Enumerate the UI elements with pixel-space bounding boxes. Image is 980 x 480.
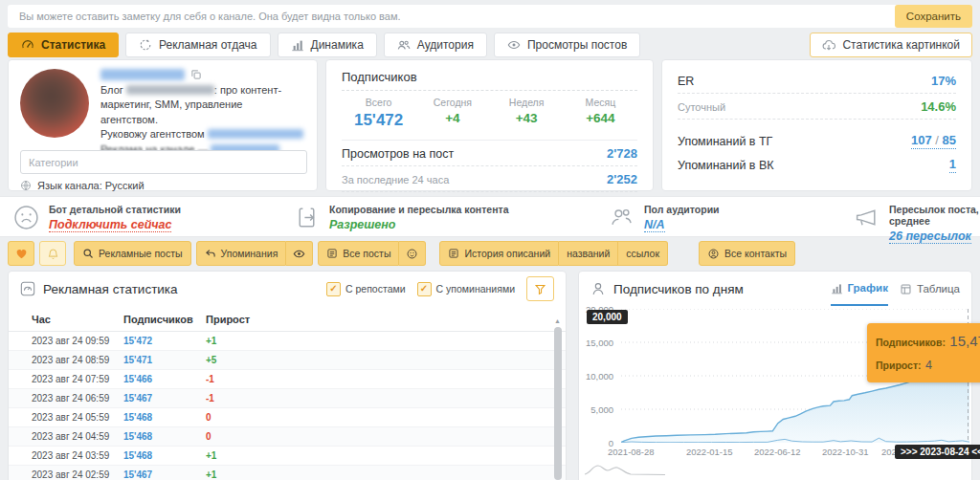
cloud-download-icon xyxy=(822,38,835,52)
graph-toggle[interactable]: График xyxy=(831,272,888,306)
y-tick: 15,000 xyxy=(579,338,613,348)
with-reposts-checkbox[interactable]: ✓ С репостами xyxy=(326,282,406,296)
tabs-row: Статистика Рекламная отдача Динамика Ауд… xyxy=(8,33,972,57)
scrollbar-thumb[interactable] xyxy=(554,327,562,480)
chart-tooltip: Подписчиков: 15,472 Прирост: 4 xyxy=(867,323,980,382)
scroll-up-arrow[interactable]: ▲ xyxy=(554,317,561,324)
item-title: Копирование и пересылка контента xyxy=(329,204,509,215)
col-header-growth[interactable]: Прирост xyxy=(206,314,566,325)
smiley-icon xyxy=(406,248,418,260)
copy-allowed-value: Разрешено xyxy=(329,218,396,231)
tab-label: Аудитория xyxy=(417,38,474,52)
all-posts-button[interactable]: Все посты xyxy=(318,241,399,266)
channel-note-input[interactable] xyxy=(8,11,895,22)
subs-col-week: Неделя+43 xyxy=(490,97,564,130)
list-icon xyxy=(326,248,338,259)
mentions-views-button[interactable] xyxy=(286,241,313,266)
table-toggle[interactable]: Таблица xyxy=(900,272,960,306)
table-row[interactable]: 2023 авг 24 05:5915'4680 xyxy=(9,408,566,427)
x-tick: 2022-01-15 xyxy=(686,447,733,457)
table-row[interactable]: 2023 авг 24 02:5915'467+1 xyxy=(9,466,566,480)
channel-language: Язык канала: Русский xyxy=(20,180,145,191)
filter-button[interactable] xyxy=(526,276,554,301)
x-tick: 2022-10-31 xyxy=(822,447,869,457)
panel-title: Подписчиков по дням xyxy=(613,282,744,296)
x-tick: 2021-08-28 xyxy=(608,447,655,457)
checkbox-label: С упоминаниями xyxy=(436,283,515,295)
notifications-button[interactable] xyxy=(39,241,66,266)
history-links-button[interactable]: ссылок xyxy=(618,241,668,266)
categories-input[interactable] xyxy=(20,150,307,174)
tab-audience[interactable]: Аудитория xyxy=(384,33,487,57)
subscribers-card: Подписчиков Всего15'472 Сегодня+4 Неделя… xyxy=(325,59,654,191)
note-bar: Сохранить xyxy=(8,5,972,28)
history-descriptions-button[interactable]: История описаний xyxy=(439,241,559,266)
mentions-button[interactable]: Упоминания xyxy=(196,241,287,266)
search-icon xyxy=(82,248,94,259)
table-row[interactable]: 2023 авг 24 04:5915'4680 xyxy=(9,427,566,447)
table-row[interactable]: 2023 авг 24 06:5915'467-1 xyxy=(9,389,566,408)
tooltip-value: 15,472 xyxy=(949,333,980,349)
gender-value[interactable]: N/A xyxy=(644,218,665,232)
table-row[interactable]: 2023 авг 24 07:5915'466-1 xyxy=(9,370,566,389)
language-icon xyxy=(20,180,32,191)
tab-label: Статистика xyxy=(41,38,105,52)
save-note-button[interactable]: Сохранить xyxy=(895,5,972,28)
col-header-subscribers[interactable]: Подписчиков xyxy=(123,314,206,325)
with-mentions-checkbox[interactable]: ✓ С упоминаниями xyxy=(417,282,515,296)
stickers-button[interactable] xyxy=(399,241,426,266)
tab-ad-return[interactable]: Рекламная отдача xyxy=(125,33,270,57)
sad-face-icon xyxy=(13,205,39,232)
connect-bot-link[interactable]: Подключить сейчас xyxy=(49,218,171,232)
tg-mentions-value[interactable]: 107 / 85 xyxy=(911,133,956,149)
checkbox-label: С репостами xyxy=(345,283,406,295)
clipboard-forward-icon xyxy=(294,205,320,232)
table-row[interactable]: 2023 авг 24 03:5915'468+1 xyxy=(9,447,566,466)
ad-posts-button[interactable]: Рекламные посты xyxy=(74,241,191,266)
table-scrollbar[interactable]: ▲ xyxy=(553,317,563,480)
tooltip-label: Прирост: xyxy=(876,360,922,371)
er-card: ER17% Суточный14.6% Упоминаний в ТГ 107 … xyxy=(661,59,972,191)
toggle-label: График xyxy=(848,282,888,294)
tab-dynamics[interactable]: Динамика xyxy=(278,33,377,57)
item-title: Бот детальной статистики xyxy=(49,204,181,215)
cycle-arrow-icon xyxy=(139,38,152,52)
table-body: 2023 авг 24 09:5915'472+1 2023 авг 24 08… xyxy=(9,332,566,480)
col-header-time[interactable]: Час xyxy=(32,314,123,325)
tab-post-views[interactable]: Просмотры постов xyxy=(494,33,640,57)
copy-icon[interactable] xyxy=(190,69,202,80)
tg-mentions-row: Упоминаний в ТГ 107 / 85 xyxy=(678,129,956,153)
bell-icon xyxy=(47,248,59,260)
bio-line: Блог : про контент-маркетинг, SMM, управ… xyxy=(100,83,307,113)
button-label: Рекламные посты xyxy=(99,248,183,259)
table-icon xyxy=(900,283,912,295)
item-title: Пол аудитории xyxy=(644,204,720,215)
action-bar: Рекламные посты Упоминания Все посты xyxy=(8,241,972,266)
checkbox-checked-icon: ✓ xyxy=(326,282,341,296)
bar-chart-icon xyxy=(291,38,304,52)
crosshair-y-badge: 20,000 xyxy=(587,310,628,324)
chart-navigator[interactable] xyxy=(583,459,669,478)
channel-name-redacted[interactable] xyxy=(100,69,185,80)
all-contacts-button[interactable]: Все контакты xyxy=(699,241,795,266)
history-names-button[interactable]: названий xyxy=(559,241,618,266)
favorite-button[interactable] xyxy=(8,241,34,266)
table-row[interactable]: 2023 авг 24 09:5915'472+1 xyxy=(9,332,566,351)
table-row[interactable]: 2023 авг 24 08:5915'471+5 xyxy=(9,351,566,370)
chart-icon xyxy=(831,282,843,295)
button-label: Упоминания xyxy=(221,248,278,259)
tab-label: Рекламная отдача xyxy=(159,38,256,52)
image-stats-button[interactable]: Статистика картинкой xyxy=(810,33,972,57)
vk-mentions-row: Упоминаний в ВК 1 xyxy=(678,153,956,177)
ad-stats-header: Рекламная статистика ✓ С репостами ✓ С у… xyxy=(9,272,566,306)
chart-panel-header: Подписчиков по дням График Таблица xyxy=(579,272,971,306)
subscribers-chart-panel: Подписчиков по дням График Таблица 0 5,0… xyxy=(578,271,972,480)
channel-avatar xyxy=(20,69,89,138)
redacted-text xyxy=(126,85,214,95)
tab-statistics[interactable]: Статистика xyxy=(8,33,119,57)
vk-mentions-value[interactable]: 1 xyxy=(949,157,956,173)
button-label: Статистика картинкой xyxy=(842,38,960,52)
gauge-icon xyxy=(21,38,34,52)
bio-line: Руковожу агентством xyxy=(100,127,307,142)
button-label: названий xyxy=(567,248,610,259)
